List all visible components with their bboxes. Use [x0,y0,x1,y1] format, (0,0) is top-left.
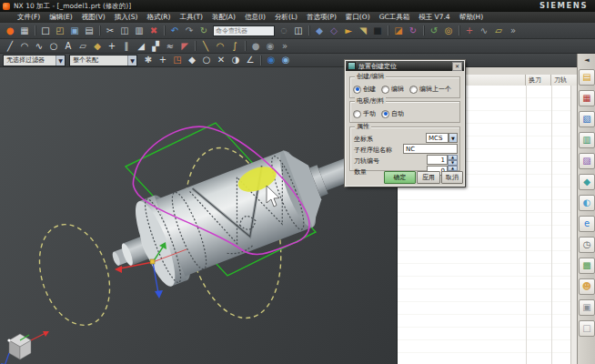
tracknum-spinner[interactable]: ▲ ▼ [448,155,458,165]
overflow-chevron-icon[interactable]: » [506,25,520,37]
coord-dropdown-value[interactable]: MCS [426,133,449,143]
menu-item[interactable]: 编辑(E) [45,13,77,22]
ok-button[interactable]: 确定 [384,171,416,184]
open-file-icon[interactable]: ◰ [53,25,67,37]
shell-tool-icon[interactable]: ◉ [263,40,277,53]
snap-center-icon[interactable]: ○ [199,54,214,66]
menu-item[interactable]: 格式(R) [142,13,175,22]
wave-link-icon[interactable]: ≈ [163,40,177,53]
nx-logo-icon[interactable]: ● [3,25,17,37]
wcs-dynamics-icon[interactable]: ◉ [264,54,278,66]
chevron-down-icon[interactable]: ▼ [55,56,65,66]
graphics-window[interactable] [0,67,397,364]
undo-icon[interactable]: ↶ [167,25,182,37]
web-browser-icon[interactable]: e [579,216,595,232]
cancel-button[interactable]: 取消 [441,171,463,184]
display-mode-icon[interactable]: ■ [370,25,385,37]
radio-edit-previous[interactable]: 编辑上一个 [409,85,451,94]
rotate-view-icon[interactable]: ↻ [406,25,420,37]
arc-tool-icon[interactable]: ◠ [17,40,32,53]
chevron-down-icon[interactable]: ▼ [127,56,136,66]
text-tool-icon[interactable]: A [61,40,76,53]
part-navigator-icon[interactable]: ▧ [579,111,595,127]
snap-intersection-icon[interactable]: ✕ [214,54,228,66]
column-toolchange[interactable]: 换刀 [526,75,551,86]
overflow-chevron-icon[interactable]: » [277,40,292,53]
menu-item[interactable]: 文件(F) [13,13,45,22]
selection-scope-combo[interactable]: 整个装配 ▼ [69,55,137,66]
assembly-view-icon[interactable]: ◇ [327,25,341,37]
assembly-navigator-icon[interactable]: ▤ [579,69,595,86]
snap-endpoint-icon[interactable]: ◳ [170,54,185,66]
paste-icon[interactable]: ▥ [132,25,146,37]
system-materials-icon[interactable]: ▣ [579,299,595,316]
history-icon[interactable]: ◷ [579,237,595,253]
repeat-command-icon[interactable]: ↻ [197,25,211,37]
menu-item[interactable]: 插入(S) [110,13,143,22]
machine-tool-view-icon[interactable]: ▨ [579,153,595,169]
coord-dropdown-arrow-icon[interactable]: ▼ [449,133,458,143]
dialog-close-icon[interactable]: ✕ [452,62,462,71]
menu-item[interactable]: 帮助(H) [455,13,489,22]
dashed-boundary-ellipse-left[interactable] [27,216,122,335]
radio-create[interactable]: 创建 [353,85,376,94]
move-object-icon[interactable]: ◪ [391,25,406,37]
tool-axis-icon[interactable]: + [462,25,477,37]
selection-filter-combo[interactable]: 无选择过滤器 ▼ [3,55,66,66]
radio-manual[interactable]: 手动 [353,109,376,118]
tracknum-input[interactable]: 1 [427,155,448,165]
geometry-connect-icon[interactable]: ◉ [278,54,293,66]
new-file-icon[interactable]: □ [38,25,53,37]
reuse-library-icon[interactable]: ◆ [579,174,595,190]
window-layout-icon[interactable]: ◫ [291,25,306,37]
delete-icon[interactable]: ✖ [146,25,161,37]
menu-item[interactable]: 工具(T) [175,13,207,22]
copy-icon[interactable]: ◫ [117,25,132,37]
snap-tangent-icon[interactable]: ∠ [243,54,257,66]
constraint-navigator-icon[interactable]: ▦ [579,90,595,106]
menu-item[interactable]: GC工具箱 [375,13,415,22]
simulate-path-icon[interactable]: ∿ [477,25,491,37]
menu-item[interactable]: 窗口(O) [341,13,375,22]
sketch-line-icon[interactable]: ╲ [198,40,213,53]
start-menu-icon[interactable]: ▦ [17,25,32,37]
shaded-view-icon[interactable]: ◆ [312,25,327,37]
circle-tool-icon[interactable]: ○ [46,40,61,53]
radio-edit[interactable]: 编辑 [381,85,404,94]
sketch-arc-icon[interactable]: ◠ [213,40,227,53]
snap-quadrant-icon[interactable]: ◑ [228,54,243,66]
layer-settings-icon[interactable]: ◥ [356,25,370,37]
snap-point-icon[interactable]: + [156,54,170,66]
spline-tool-icon[interactable]: ∿ [32,40,46,53]
menu-item[interactable]: 模王 V7.4 [414,13,454,22]
cut-icon[interactable]: ✂ [103,25,117,37]
snap-midpoint-icon[interactable]: ◆ [185,54,199,66]
resource-bar-pin-icon[interactable]: ◄ [584,54,589,66]
column-toolpath[interactable]: 刀轨 [551,75,576,86]
flag-tool-icon[interactable]: ◤ [177,40,192,53]
command-finder-search-icon[interactable]: ◌ [277,25,291,37]
sphere-tool-icon[interactable]: ● [248,40,263,53]
refresh-view-icon[interactable]: ↺ [427,25,441,37]
command-finder-input[interactable] [213,25,275,36]
process-studio-icon[interactable]: ▩ [579,258,595,274]
menu-item[interactable]: 装配(A) [207,13,240,22]
fit-window-icon[interactable]: ◎ [441,25,456,37]
point-tool-icon[interactable]: + [105,40,119,53]
orient-view-icon[interactable]: ► [341,25,356,37]
menu-item[interactable]: 视图(V) [77,13,110,22]
trim-corner-icon[interactable]: ◢ [134,40,148,53]
menu-item[interactable]: 首选项(P) [302,13,341,22]
dialog-title-bar[interactable]: 放置创建定位 ✕ [346,61,464,71]
subprogram-name-input[interactable]: NC [403,144,458,154]
line-tool-icon[interactable]: ╱ [3,40,17,53]
offset-curve-icon[interactable]: ∥ [119,40,134,53]
roles-icon[interactable]: ☻ [579,278,595,295]
operation-navigator-icon[interactable]: ▥ [579,132,595,148]
redo-icon[interactable]: ↷ [182,25,197,37]
touch-panel-icon[interactable]: □ [579,320,595,337]
pattern-tool-icon[interactable]: ▞ [148,40,163,53]
save-icon[interactable]: ▣ [67,25,82,37]
measure-icon[interactable]: ▱ [491,25,506,37]
radio-auto[interactable]: 自动 [381,109,404,118]
